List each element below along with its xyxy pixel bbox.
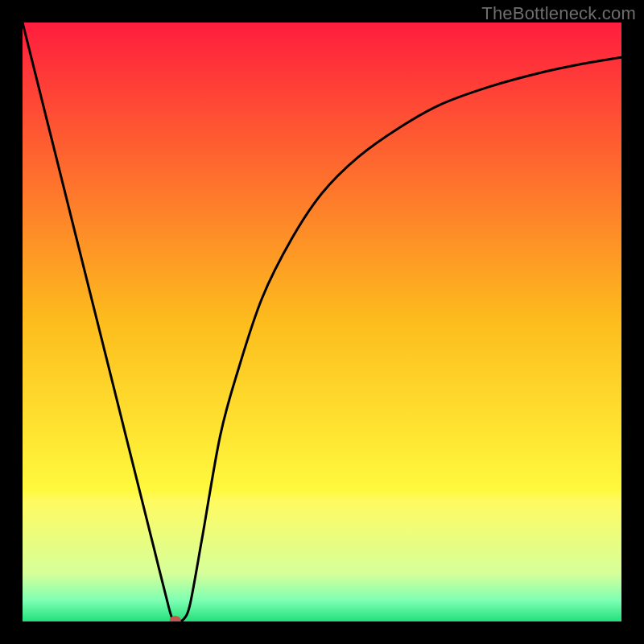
chart-frame — [23, 23, 621, 621]
watermark-text: TheBottleneck.com — [481, 3, 636, 24]
chart-background — [23, 23, 621, 621]
chart-canvas — [23, 23, 621, 621]
